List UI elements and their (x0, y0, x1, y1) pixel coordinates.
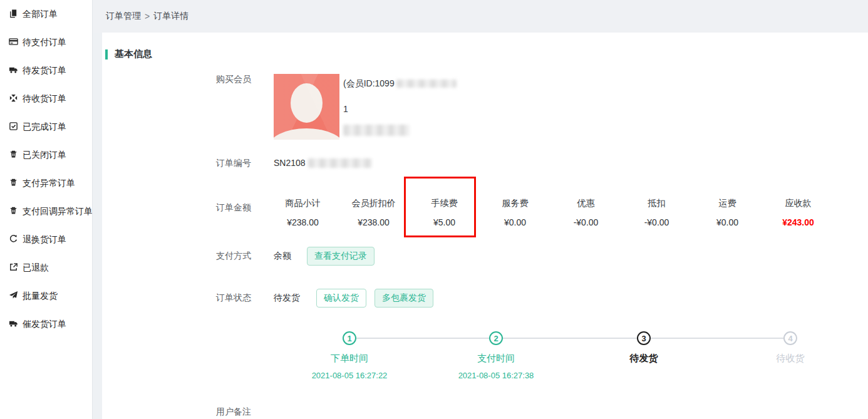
breadcrumb-order-detail: 订单详情 (153, 11, 189, 22)
sidebar-item-batch-ship[interactable]: 批量发货 (0, 282, 92, 310)
refunded-icon (9, 262, 23, 274)
sidebar-item-urge-ship[interactable]: 催发货订单 (0, 310, 92, 338)
step-circle-3: 3 (637, 331, 651, 345)
step-label-pending-shipment: 待发货 (581, 353, 706, 365)
order-detail-card: 基本信息 购买会员 (会员ID:1099 1 订单编号 SN2108 订单金额 … (102, 33, 868, 419)
sidebar-item-completed-orders[interactable]: 已完成订单 (0, 113, 92, 141)
user-remark-label: 用户备注 (216, 406, 274, 418)
batch-ship-icon (9, 291, 23, 302)
step-connector (651, 338, 783, 339)
sidebar-item-closed-orders[interactable]: 已关闭订单 (0, 141, 92, 169)
sidebar-item-label: 已退款 (23, 262, 49, 274)
sidebar-item-label: 批量发货 (23, 291, 58, 302)
pending-payment-icon (9, 37, 23, 48)
step-time-order: 2021-08-05 16:27:22 (281, 371, 418, 380)
breadcrumb-separator: > (145, 11, 150, 21)
sidebar-item-label: 支付回调异常订单 (23, 206, 92, 217)
pending-receipt-icon (9, 93, 23, 105)
sidebar-item-all-orders[interactable]: 全部订单 (0, 0, 92, 28)
step-label-payment-time: 支付时间 (433, 353, 559, 365)
sidebar-item-label: 支付异常订单 (23, 178, 75, 189)
sidebar-item-payment-exception[interactable]: 支付异常订单 (0, 169, 92, 197)
sidebar-item-pending-shipment[interactable]: 待发货订单 (0, 56, 92, 85)
step-label-order-time: 下单时间 (287, 353, 412, 365)
step-label-pending-receipt: 待收货 (728, 353, 853, 365)
step-connector (356, 338, 489, 339)
step-circle-2: 2 (489, 331, 503, 345)
sidebar-item-payment-callback-exception[interactable]: 支付回调异常订单 (0, 197, 92, 225)
sidebar-item-label: 退换货订单 (23, 234, 66, 246)
breadcrumb: 订单管理 > 订单详情 (93, 0, 868, 33)
sidebar-item-label: 已完成订单 (23, 122, 66, 133)
sidebar-item-label: 待收货订单 (23, 93, 66, 105)
sidebar-item-return-exchange[interactable]: 退换货订单 (0, 225, 92, 254)
order-progress-steps: 1 2 3 4 下单时间 支付时间 待发货 待收货 2021-08-05 16:… (102, 33, 868, 419)
breadcrumb-orders[interactable]: 订单管理 (106, 11, 141, 22)
orders-all-icon (9, 9, 23, 20)
payment-callback-exception-icon (9, 206, 23, 217)
sidebar-item-label: 催发货订单 (23, 319, 66, 330)
step-connector (503, 338, 637, 339)
step-circle-1: 1 (343, 331, 356, 345)
row-user-remark: 用户备注 (216, 406, 855, 418)
completed-orders-icon (9, 122, 23, 133)
sidebar-item-pending-payment[interactable]: 待支付订单 (0, 28, 92, 56)
sidebar-item-label: 全部订单 (23, 9, 58, 20)
return-exchange-icon (9, 234, 23, 246)
pending-shipment-icon (9, 65, 23, 76)
sidebar-item-label: 待发货订单 (23, 65, 66, 76)
closed-orders-icon (9, 150, 23, 161)
orders-sidebar: 全部订单 待支付订单 待发货订单 待收货订单 已完成订单 已关闭订单 支付异常订… (0, 0, 93, 419)
step-circle-4: 4 (783, 331, 797, 345)
sidebar-item-label: 待支付订单 (23, 37, 66, 48)
payment-exception-icon (9, 178, 23, 189)
sidebar-item-pending-receipt[interactable]: 待收货订单 (0, 85, 92, 113)
urge-ship-icon (9, 319, 23, 330)
step-time-payment: 2021-08-05 16:27:38 (427, 371, 565, 380)
sidebar-item-label: 已关闭订单 (23, 150, 66, 161)
sidebar-item-refunded[interactable]: 已退款 (0, 254, 92, 282)
